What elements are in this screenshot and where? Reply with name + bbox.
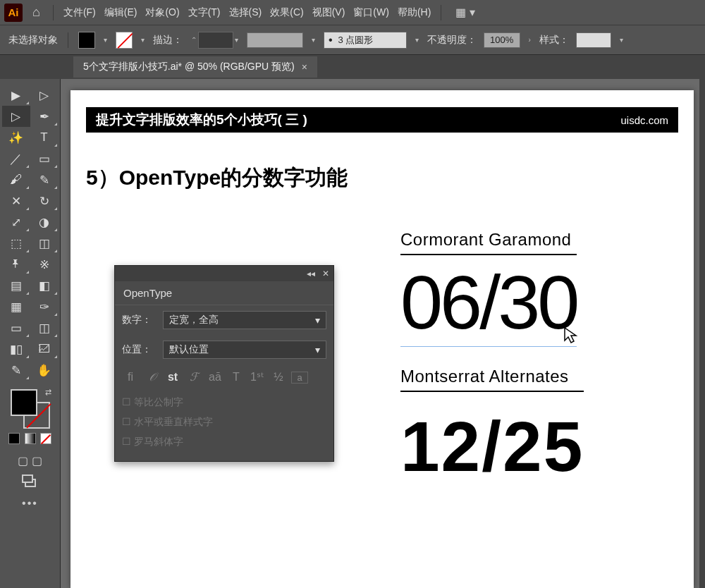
separator (68, 32, 68, 48)
ot-ligature-icon[interactable]: fi (122, 371, 139, 384)
shape-builder-tool-icon[interactable]: ⬚ (2, 233, 30, 254)
opentype-panel-title[interactable]: OpenType (115, 281, 333, 305)
figure-style-select[interactable]: 定宽，全高 ▾ (163, 311, 326, 329)
menu-file[interactable]: 文件(F) (62, 6, 97, 19)
chevron-down-icon[interactable]: ▾ (618, 36, 625, 44)
stroke-weight-input[interactable] (198, 32, 233, 49)
eraser-tool-icon[interactable]: ✕ (2, 190, 30, 212)
workspace-switcher-icon[interactable]: ▦ ▾ (455, 6, 474, 19)
ot-stylistic-alt-icon[interactable]: ℱ (185, 370, 202, 384)
fill-swatch[interactable] (78, 32, 95, 49)
line-tool-icon[interactable]: ／ (2, 148, 30, 169)
slice-tool-icon[interactable]: ◫ (30, 317, 59, 338)
ot-check-proportional[interactable]: 等比公制字 (122, 392, 326, 412)
scale-tool-icon[interactable]: ⤢ (2, 212, 30, 233)
more-tools-icon[interactable]: ••• (22, 497, 38, 510)
chevron-down-icon[interactable]: ▾ (140, 36, 146, 44)
separator (53, 5, 54, 20)
ot-swash-icon[interactable]: 𝒪 (143, 371, 160, 384)
perspective-tool-icon[interactable]: 🖈 (2, 254, 30, 275)
magic-wand-tool-icon[interactable]: ✨ (2, 127, 30, 148)
chevron-down-icon[interactable]: ▾ (310, 36, 317, 44)
menu-view[interactable]: 视图(V) (311, 6, 347, 19)
ot-ordinal-icon[interactable]: 1ˢᵗ (249, 370, 266, 384)
rectangle-tool-icon[interactable]: ▭ (30, 148, 59, 169)
font-name-1: Cormorant Garamond (400, 230, 577, 255)
dash-style-select[interactable]: • (324, 32, 407, 49)
position-select[interactable]: 默认位置 ▾ (163, 341, 326, 359)
group-selection-tool-icon[interactable]: ▷ (2, 106, 30, 127)
ot-check-hv-style[interactable]: 水平或垂直样式字 (122, 412, 326, 431)
screen-mode-icon[interactable]: ▢ ▢ (18, 454, 42, 467)
font-value-1[interactable]: 06/30 (400, 258, 577, 347)
pen-tool-icon[interactable]: ✒ (30, 106, 59, 127)
dash-style-value[interactable] (338, 35, 402, 45)
artboard-tool-icon[interactable]: ▭ (2, 317, 30, 338)
draw-mode-icon[interactable] (22, 474, 37, 490)
chevron-down-icon[interactable]: ▾ (102, 36, 109, 44)
hand-tool-icon[interactable]: ✎ (2, 360, 30, 381)
zoom-tool-icon[interactable]: 🗠 (30, 338, 59, 360)
menu-edit[interactable]: 编辑(E) (103, 6, 139, 19)
opacity-input[interactable] (484, 32, 520, 48)
hand-tool-icon[interactable]: ✋ (30, 360, 59, 381)
ot-titling-icon[interactable]: aā (207, 371, 223, 384)
opacity-label: 不透明度： (427, 34, 477, 47)
ot-fraction-icon[interactable]: ½ (270, 371, 287, 384)
selection-tool-icon[interactable]: ▶ (2, 85, 30, 106)
direct-selection-tool-icon[interactable]: ▷ (30, 85, 59, 106)
menu-help[interactable]: 帮助(H) (396, 6, 432, 19)
symbol-tool-icon[interactable]: ▦ (2, 296, 30, 317)
menu-object[interactable]: 对象(O) (144, 6, 180, 19)
gradient-mode-icon[interactable] (25, 433, 36, 444)
graphic-style-swatch[interactable] (576, 32, 611, 48)
stroke-swatch[interactable] (116, 32, 133, 49)
chevron-down-icon: ▾ (315, 314, 320, 326)
menu-type[interactable]: 文字(T) (187, 6, 222, 19)
eyedropper-tool-icon[interactable]: ✑ (30, 296, 59, 317)
graph-tool-icon[interactable]: ▮▯ (2, 338, 30, 360)
right-panel-strip[interactable] (699, 79, 705, 588)
home-icon[interactable]: ⌂ (28, 5, 44, 20)
document-tab[interactable]: 5个文字排版小技巧.ai* @ 50% (RGB/GPU 预览) × (73, 56, 317, 78)
control-bar: 未选择对象 ▾ ▾ 描边： ⌃ ▾ ▾ • ▾ 不透明度： › 样式： ▾ (0, 25, 705, 55)
width-tool-icon[interactable]: ◑ (30, 212, 59, 233)
opentype-panel[interactable]: ◂◂ ✕ OpenType 数字： 定宽，全高 ▾ 位置： 默认位置 ▾ fi (114, 265, 334, 462)
stepper-up-icon[interactable]: ⌃ (190, 36, 198, 44)
chevron-down-icon[interactable]: ▾ (414, 36, 420, 44)
none-mode-icon[interactable] (40, 433, 51, 444)
fill-stroke-control[interactable]: ⇄ (11, 389, 50, 429)
type-tool-icon[interactable]: T (30, 127, 59, 148)
chevron-right-icon[interactable]: › (527, 36, 532, 44)
panel-close-icon[interactable]: ✕ (322, 269, 329, 278)
free-transform-tool-icon[interactable]: ◫ (30, 233, 59, 254)
font-value-2[interactable]: 12/25 (400, 406, 584, 487)
rotate-tool-icon[interactable]: ↻ (30, 190, 59, 212)
menubar: Ai ⌂ 文件(F) 编辑(E) 对象(O) 文字(T) 选择(S) 效果(C)… (0, 0, 705, 25)
menu-window[interactable]: 窗口(W) (352, 6, 391, 19)
brush-preview[interactable] (247, 32, 303, 48)
swap-icon[interactable]: ⇄ (45, 388, 51, 397)
mesh-tool-icon[interactable]: ※ (30, 254, 59, 275)
tools-panel: ▶ ▷ ▷ ✒ ✨ T ／ ▭ 🖌 ✎ ✕ ↻ ⤢ ◑ ⬚ ◫ 🖈 ※ ▤ ◧ … (0, 79, 61, 588)
ot-contextual-icon[interactable]: T (228, 371, 245, 384)
canvas-area[interactable]: 提升文字排版效率的5个小技巧( 三 ) uisdc.com 5）OpenType… (61, 79, 705, 588)
position-value: 默认位置 (169, 343, 209, 356)
banner-right-text: uisdc.com (620, 114, 668, 126)
gradient-tool-icon[interactable]: ▤ (2, 275, 30, 296)
fill-box[interactable] (11, 389, 37, 416)
ot-stylistic-set-icon[interactable]: a (291, 372, 308, 384)
brush-tool-icon[interactable]: 🖌 (2, 169, 30, 190)
blend-tool-icon[interactable]: ◧ (30, 275, 59, 296)
menu-select[interactable]: 选择(S) (228, 6, 264, 19)
menu-effect[interactable]: 效果(C) (269, 6, 305, 19)
close-icon[interactable]: × (302, 61, 307, 73)
chevron-down-icon[interactable]: ▾ (233, 36, 240, 44)
separator (441, 5, 441, 20)
font-name-2: Montserrat Alternates (400, 367, 584, 392)
pencil-tool-icon[interactable]: ✎ (30, 169, 59, 190)
color-mode-icon[interactable] (8, 433, 20, 444)
panel-collapse-icon[interactable]: ◂◂ (307, 269, 315, 278)
ot-discretionary-ligature-icon[interactable]: st (164, 371, 181, 384)
ot-check-roman-italic[interactable]: 罗马斜体字 (122, 431, 326, 451)
